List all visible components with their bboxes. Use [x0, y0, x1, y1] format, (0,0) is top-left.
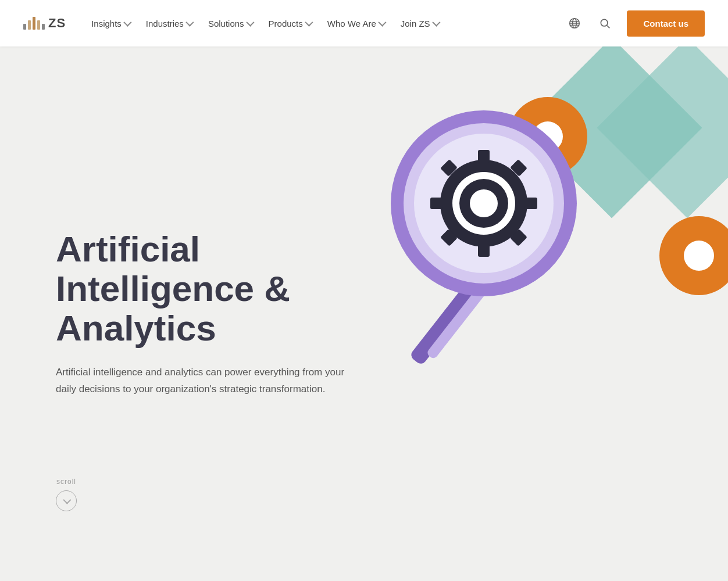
- nav-links: Insights Industries Solutions Products W…: [84, 14, 564, 33]
- scroll-hint: scroll: [56, 478, 77, 511]
- scroll-down-button[interactable]: [56, 490, 77, 511]
- chevron-down-icon: [246, 19, 254, 27]
- globe-button[interactable]: [564, 13, 585, 34]
- nav-item-join-zs[interactable]: Join ZS: [394, 14, 445, 33]
- chevron-down-icon: [185, 19, 194, 27]
- logo-icon: [23, 17, 45, 30]
- scroll-chevron-icon: [63, 496, 71, 504]
- search-icon: [599, 17, 611, 29]
- contact-button[interactable]: Contact us: [627, 10, 705, 37]
- hero-illustration: [356, 46, 728, 523]
- globe-icon: [569, 17, 580, 29]
- nav-item-who-we-are[interactable]: Who We Are: [320, 14, 391, 33]
- nav-item-industries[interactable]: Industries: [139, 14, 199, 33]
- svg-point-29: [470, 189, 498, 217]
- svg-line-6: [607, 26, 610, 28]
- nav-item-products[interactable]: Products: [262, 14, 318, 33]
- scroll-label: scroll: [56, 478, 76, 486]
- logo-text: ZS: [48, 16, 66, 31]
- chevron-down-icon: [123, 19, 131, 27]
- hero-section: Artificial Intelligence & Analytics Arti…: [0, 0, 728, 581]
- svg-rect-22: [524, 198, 537, 209]
- nav-icon-group: [564, 13, 615, 34]
- chevron-down-icon: [432, 19, 440, 27]
- chevron-down-icon: [305, 19, 313, 27]
- svg-rect-21: [430, 198, 443, 209]
- nav-item-insights[interactable]: Insights: [84, 14, 137, 33]
- svg-point-5: [601, 19, 608, 26]
- illustration-svg: [356, 46, 728, 523]
- search-button[interactable]: [594, 13, 615, 34]
- svg-rect-19: [478, 150, 490, 163]
- nav-item-solutions[interactable]: Solutions: [201, 14, 259, 33]
- hero-title: Artificial Intelligence & Analytics: [56, 229, 349, 349]
- hero-subtitle: Artificial intelligence and analytics ca…: [56, 364, 347, 398]
- svg-point-12: [684, 241, 714, 271]
- main-nav: ZS Insights Industries Solutions Product…: [0, 0, 728, 46]
- svg-rect-20: [478, 244, 490, 257]
- logo-link[interactable]: ZS: [23, 16, 66, 31]
- chevron-down-icon: [378, 19, 386, 27]
- hero-content: Artificial Intelligence & Analytics Arti…: [0, 229, 349, 398]
